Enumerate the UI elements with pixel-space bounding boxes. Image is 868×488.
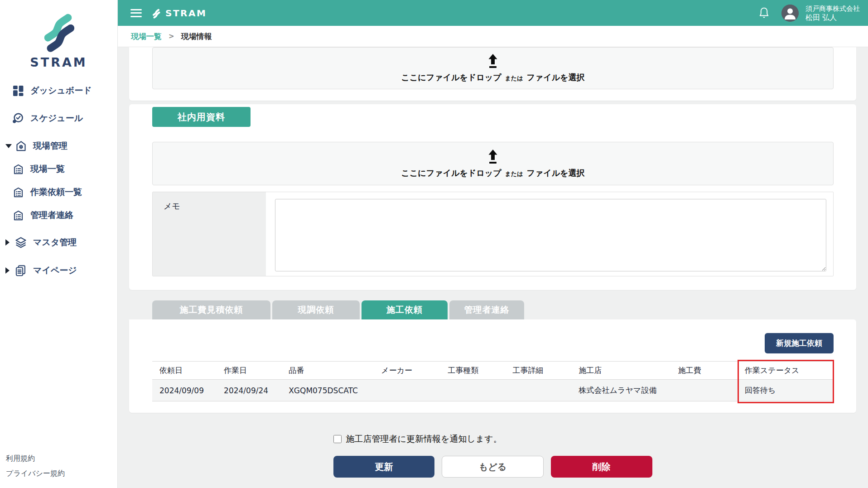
tab-site-survey-request[interactable]: 現調依頼 xyxy=(272,300,360,319)
top-header-bar: STRAM 須戸商事株式会社 松田 弘人 xyxy=(118,0,868,26)
cell-contractor: 株式会社ムラヤマ設備 xyxy=(572,380,671,401)
cell-request-date: 2024/09/09 xyxy=(152,380,217,401)
header-brand[interactable]: STRAM xyxy=(151,7,207,19)
breadcrumb: 現場一覧 > 現場情報 xyxy=(118,26,868,47)
site-list-icon xyxy=(12,209,24,222)
layers-icon xyxy=(14,236,27,249)
file-select-link[interactable]: ファイルを選択 xyxy=(526,168,584,178)
dropzone-text: ここにファイルをドロップまたはファイルを選択 xyxy=(401,72,584,83)
request-tabs: 施工費見積依頼 現調依頼 施工依頼 管理者連絡 xyxy=(129,300,856,319)
avatar[interactable] xyxy=(781,5,799,22)
sidebar-item-my-page[interactable]: マイページ xyxy=(0,261,117,280)
notify-label[interactable]: 施工店管理者に更新情報を通知します。 xyxy=(346,433,502,445)
col-request-date: 依頼日 xyxy=(152,362,217,380)
construction-request-table: 依頼日 作業日 品番 メーカー 工事種類 工事詳細 施工店 施工費 作業ステータ… xyxy=(152,361,834,401)
sidebar-nav: ダッシュボード スケジュール 現場管理 現場一覧 xyxy=(0,82,117,280)
sidebar: STRAM ダッシュボード スケジュール 現場管理 xyxy=(0,0,118,488)
col-maker: メーカー xyxy=(374,362,440,380)
cell-work-status: 回答待ち xyxy=(738,380,834,401)
col-part-number: 品番 xyxy=(281,362,374,380)
site-manage-icon xyxy=(14,140,27,152)
memo-row: メモ xyxy=(152,192,834,276)
app-window: STRAM ダッシュボード スケジュール 現場管理 xyxy=(0,0,868,488)
user-company: 須戸商事株式会社 xyxy=(805,4,860,13)
tab-admin-contact[interactable]: 管理者連絡 xyxy=(449,300,524,319)
brand-name: STRAM xyxy=(0,55,117,69)
page-content: ここにファイルをドロップまたはファイルを選択 社内用資料 ここにファイルをドロッ… xyxy=(118,47,868,488)
internal-docs-card: 社内用資料 ここにファイルをドロップまたはファイルを選択 メモ xyxy=(129,104,856,290)
upload-arrow-icon xyxy=(486,53,500,68)
internal-file-dropzone[interactable]: ここにファイルをドロップまたはファイルを選択 xyxy=(152,142,834,185)
cell-part-number: XGQM075DSCATC xyxy=(281,380,374,401)
terms-link[interactable]: 利用規約 xyxy=(6,451,65,466)
dropzone-text: ここにファイルをドロップまたはファイルを選択 xyxy=(401,168,584,179)
sidebar-item-schedule[interactable]: スケジュール xyxy=(0,109,117,127)
col-work-status: 作業ステータス xyxy=(738,362,834,380)
cell-maker xyxy=(374,380,440,401)
file-select-link[interactable]: ファイルを選択 xyxy=(526,72,584,82)
cell-work-type xyxy=(440,380,505,401)
schedule-icon xyxy=(12,112,24,125)
sidebar-item-master-management[interactable]: マスタ管理 xyxy=(0,233,117,251)
user-info[interactable]: 須戸商事株式会社 松田 弘人 xyxy=(805,4,860,22)
sidebar-item-admin-contact[interactable]: 管理者連絡 xyxy=(0,206,117,224)
update-button[interactable]: 更新 xyxy=(333,456,435,478)
notify-row: 施工店管理者に更新情報を通知します。 xyxy=(333,433,652,445)
delete-button[interactable]: 削除 xyxy=(551,456,652,478)
cell-construction-cost xyxy=(671,380,738,401)
col-work-detail: 工事詳細 xyxy=(506,362,572,380)
tab-construction-request[interactable]: 施工依頼 xyxy=(362,300,448,319)
user-name: 松田 弘人 xyxy=(805,13,860,22)
col-work-date: 作業日 xyxy=(217,362,281,380)
main-column: STRAM 須戸商事株式会社 松田 弘人 現場一覧 > 現場情報 xyxy=(118,0,868,488)
bottom-actions-zone: 施工店管理者に更新情報を通知します。 更新 もどる 削除 xyxy=(333,433,652,478)
header-brand-name: STRAM xyxy=(165,8,207,19)
chevron-right-icon[interactable] xyxy=(5,239,12,246)
table-row[interactable]: 2024/09/09 2024/09/24 XGQM075DSCATC 株式会社… xyxy=(152,380,834,401)
bell-icon[interactable] xyxy=(758,7,770,19)
construction-request-panel: 新規施工依頼 依頼日 作業日 品番 メーカー 工事種類 工事詳細 xyxy=(129,319,856,413)
cell-work-detail xyxy=(506,380,572,401)
cell-work-date: 2024/09/24 xyxy=(217,380,281,401)
col-contractor: 施工店 xyxy=(572,362,671,380)
sidebar-item-site-management[interactable]: 現場管理 xyxy=(0,137,117,155)
sidebar-item-dashboard[interactable]: ダッシュボード xyxy=(0,82,117,100)
memo-label: メモ xyxy=(153,192,266,276)
internal-docs-badge: 社内用資料 xyxy=(152,107,251,127)
chevron-down-icon[interactable] xyxy=(5,144,12,148)
tab-construction-estimate-request[interactable]: 施工費見積依頼 xyxy=(152,300,270,319)
chevron-right-icon[interactable] xyxy=(5,267,12,274)
new-construction-request-button[interactable]: 新規施工依頼 xyxy=(765,333,834,353)
stram-logo-icon xyxy=(37,5,81,54)
sidebar-item-work-request-list[interactable]: 作業依頼一覧 xyxy=(0,183,117,201)
table-header-row: 依頼日 作業日 品番 メーカー 工事種類 工事詳細 施工店 施工費 作業ステータ… xyxy=(152,362,834,380)
breadcrumb-separator: > xyxy=(169,32,174,40)
file-dropzone[interactable]: ここにファイルをドロップまたはファイルを選択 xyxy=(152,47,834,89)
stram-logo-icon-small xyxy=(151,7,162,19)
dashboard-icon xyxy=(12,84,24,97)
col-construction-cost: 施工費 xyxy=(671,362,738,380)
notify-checkbox[interactable] xyxy=(333,435,342,443)
sidebar-item-site-list[interactable]: 現場一覧 xyxy=(0,160,117,178)
breadcrumb-current: 現場情報 xyxy=(181,31,212,42)
construction-request-table-wrap: 依頼日 作業日 品番 メーカー 工事種類 工事詳細 施工店 施工費 作業ステータ… xyxy=(152,361,834,401)
hamburger-menu-icon[interactable] xyxy=(130,7,142,19)
site-list-icon xyxy=(12,163,24,175)
sidebar-footer: 利用規約 プライバシー規約 xyxy=(6,451,65,481)
pages-icon xyxy=(14,264,27,277)
privacy-link[interactable]: プライバシー規約 xyxy=(6,466,65,481)
upload-arrow-icon xyxy=(486,149,500,164)
memo-textarea[interactable] xyxy=(275,199,826,271)
col-work-type: 工事種類 xyxy=(440,362,505,380)
files-card: ここにファイルをドロップまたはファイルを選択 xyxy=(129,47,856,101)
back-button[interactable]: もどる xyxy=(442,456,543,478)
action-buttons: 更新 もどる 削除 xyxy=(333,456,652,478)
brand-logo: STRAM xyxy=(0,0,117,69)
site-list-icon xyxy=(12,186,24,198)
breadcrumb-site-list[interactable]: 現場一覧 xyxy=(131,31,162,42)
